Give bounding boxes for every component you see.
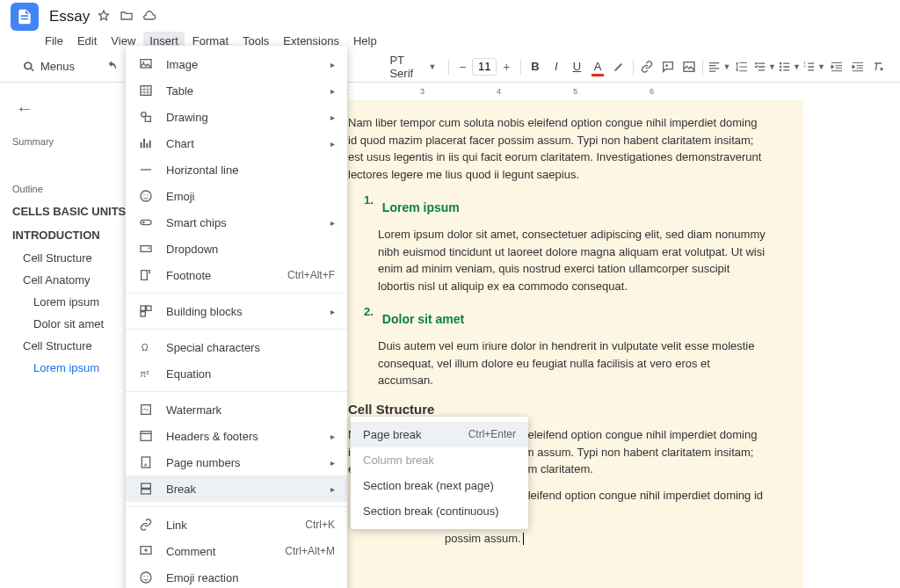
numbered-list-button[interactable]: 12▼: [802, 55, 825, 78]
highlight-button[interactable]: [609, 55, 628, 78]
svg-rect-26: [142, 483, 151, 488]
underline-button[interactable]: U: [568, 55, 587, 78]
submenu-arrow-icon: ▸: [330, 139, 335, 149]
headers-icon: [138, 428, 154, 444]
insert-menu-chart[interactable]: Chart▸: [126, 130, 347, 156]
insert-menu-building-blocks[interactable]: Building blocks▸: [126, 298, 347, 324]
checklist-button[interactable]: ▼: [753, 55, 776, 78]
svg-point-1: [780, 62, 782, 64]
clear-formatting-button[interactable]: [868, 55, 888, 78]
svg-point-29: [141, 572, 151, 583]
svg-rect-23: [141, 432, 151, 441]
chart-icon: [138, 135, 154, 151]
insert-menu-smart-chips[interactable]: Smart chips▸: [126, 209, 347, 236]
heading-3[interactable]: Dolor sit amet: [382, 310, 464, 329]
insert-menu-headers-footers[interactable]: Headers & footers▸: [126, 423, 347, 449]
insert-menu-dropdown[interactable]: Dropdown: [126, 236, 347, 262]
break-option-column-break: Column break: [351, 447, 528, 473]
break-option-section-break-next-page-[interactable]: Section break (next page): [351, 473, 528, 498]
insert-menu-horizontal-line[interactable]: Horizontal line: [126, 156, 347, 183]
menu-file[interactable]: File: [39, 32, 69, 50]
watermark-icon: [138, 402, 154, 417]
insert-menu-special-characters[interactable]: ΩSpecial characters: [126, 334, 347, 360]
break-option-section-break-continuous-[interactable]: Section break (continuous): [351, 498, 528, 524]
svg-rect-10: [145, 116, 150, 121]
insert-menu-page-numbers[interactable]: #Page numbers▸: [126, 449, 347, 475]
bold-button[interactable]: B: [526, 55, 545, 78]
svg-rect-14: [141, 220, 151, 224]
insert-menu-dropdown: Image▸Table▸Drawing▸Chart▸Horizontal lin…: [126, 46, 347, 588]
submenu-arrow-icon: ▸: [330, 432, 335, 441]
break-submenu: Page breakCtrl+EnterColumn breakSection …: [351, 417, 528, 529]
docs-app-icon[interactable]: [11, 3, 39, 31]
svg-rect-19: [141, 312, 145, 316]
line-spacing-button[interactable]: [732, 55, 751, 78]
insert-menu-watermark[interactable]: Watermark: [126, 396, 347, 423]
cloud-status-icon[interactable]: [142, 9, 156, 25]
paragraph[interactable]: Nam liber tempor cum soluta nobis eleife…: [348, 114, 766, 183]
insert-menu-break[interactable]: Break▸: [126, 475, 347, 502]
insert-image-button[interactable]: [679, 55, 699, 78]
svg-point-11: [141, 191, 151, 201]
undo-button[interactable]: [102, 55, 121, 78]
chips-icon: [138, 214, 154, 230]
document-title[interactable]: Essay: [49, 8, 90, 25]
bullet-list-button[interactable]: ▼: [778, 55, 801, 78]
svg-rect-27: [142, 490, 151, 494]
paragraph[interactable]: Duis autem vel eum iriure dolor in hendr…: [378, 338, 766, 389]
special-icon: Ω: [138, 339, 154, 355]
paragraph[interactable]: Lorem ipsum dolor sit amet, consectetuer…: [378, 226, 766, 294]
add-comment-button[interactable]: [658, 55, 678, 78]
svg-text:#: #: [144, 462, 148, 468]
submenu-arrow-icon: ▸: [330, 484, 335, 494]
paragraph[interactable]: possim assum.: [348, 530, 766, 548]
equation-icon: π²: [138, 366, 154, 381]
break-option-page-break[interactable]: Page breakCtrl+Enter: [351, 422, 528, 447]
insert-menu-footnote[interactable]: FootnoteCtrl+Alt+F: [126, 262, 347, 288]
font-size-decrease[interactable]: −: [453, 57, 472, 76]
font-select[interactable]: PT Serif▼: [382, 52, 443, 82]
align-button[interactable]: ▼: [708, 55, 730, 78]
menu-help[interactable]: Help: [347, 32, 383, 50]
svg-point-30: [143, 576, 144, 577]
insert-menu-emoji[interactable]: Emoji: [126, 183, 347, 209]
table-icon: [138, 83, 154, 98]
menus-label: Menus: [40, 60, 75, 73]
svg-point-31: [147, 576, 148, 577]
svg-point-3: [780, 69, 782, 71]
image-icon: [138, 56, 154, 72]
submenu-arrow-icon: ▸: [330, 113, 335, 122]
insert-menu-equation[interactable]: π²Equation: [126, 360, 347, 387]
italic-button[interactable]: I: [547, 55, 566, 78]
insert-menu-image[interactable]: Image▸: [126, 51, 347, 77]
move-icon[interactable]: [120, 9, 134, 25]
menu-edit[interactable]: Edit: [71, 32, 103, 50]
insert-menu-drawing[interactable]: Drawing▸: [126, 104, 347, 130]
svg-rect-16: [141, 246, 151, 252]
search-menus[interactable]: Menus: [12, 56, 85, 76]
indent-increase-button[interactable]: [848, 55, 867, 78]
text-color-button[interactable]: A: [588, 55, 607, 78]
font-size-input[interactable]: [472, 58, 497, 76]
insert-menu-table[interactable]: Table▸: [126, 77, 347, 104]
submenu-arrow-icon: ▸: [330, 60, 335, 69]
svg-text:2: 2: [803, 64, 806, 69]
font-size-increase[interactable]: +: [497, 57, 516, 76]
insert-menu-link[interactable]: LinkCtrl+K: [126, 512, 347, 538]
svg-text:Ω: Ω: [142, 342, 149, 352]
indent-decrease-button[interactable]: [827, 55, 846, 78]
insert-menu-emoji-reaction[interactable]: Emoji reaction: [126, 564, 347, 588]
heading-3[interactable]: Lorem ipsum: [382, 199, 460, 217]
break-icon: [138, 481, 154, 497]
star-icon[interactable]: [97, 9, 111, 25]
svg-rect-18: [147, 306, 151, 310]
insert-link-button[interactable]: [637, 55, 657, 78]
svg-rect-8: [141, 86, 151, 96]
blocks-icon: [138, 303, 154, 319]
svg-rect-17: [141, 306, 145, 310]
svg-text:π²: π²: [140, 369, 149, 379]
insert-menu-comment[interactable]: CommentCtrl+Alt+M: [126, 538, 347, 564]
submenu-arrow-icon: ▸: [330, 458, 335, 468]
submenu-arrow-icon: ▸: [330, 86, 335, 96]
submenu-arrow-icon: ▸: [330, 218, 335, 228]
